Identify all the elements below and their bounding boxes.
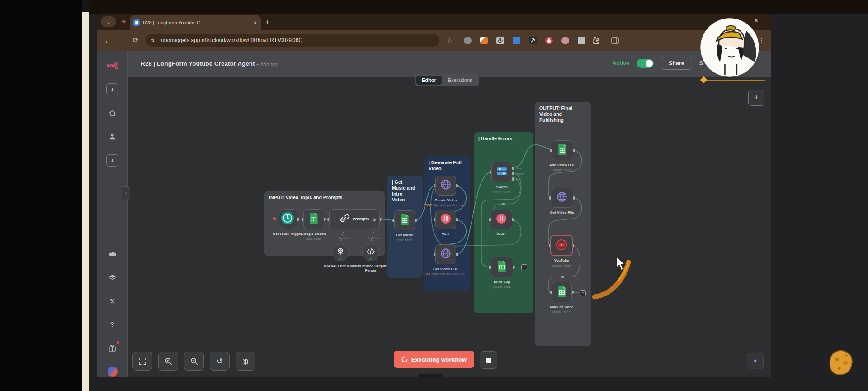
background-gap (89, 14, 97, 391)
tab-search-chevron-icon[interactable]: ⌄ (101, 16, 116, 27)
canvas-add-node-button[interactable]: + (748, 90, 764, 106)
node-sublabel: update: sheet (528, 168, 596, 172)
reload-icon[interactable]: ⟳ (132, 36, 140, 44)
fit-view-button[interactable] (132, 352, 152, 371)
side-panel-icon[interactable] (611, 37, 619, 44)
mic-ext-icon[interactable] (496, 37, 504, 44)
globe-icon (440, 179, 452, 192)
reader-ext-icon[interactable] (513, 37, 520, 44)
sheet-icon (400, 214, 410, 227)
tab-favicon: ▣ (133, 19, 140, 26)
node-label: Add Video URL (533, 163, 592, 167)
node-error-log[interactable] (491, 257, 513, 277)
share-button[interactable]: Share (661, 57, 692, 70)
whats-new-icon[interactable] (107, 342, 118, 354)
node-label: Switch (472, 185, 531, 190)
active-toggle[interactable] (637, 59, 654, 68)
node-label: Google Sheets (284, 232, 343, 236)
clock-icon (281, 211, 294, 227)
node-get-video-url[interactable] (435, 244, 456, 264)
site-settings-icon[interactable]: ⇅ (151, 38, 155, 43)
success-check-icon: ✓ (339, 257, 342, 261)
pen-ext-icon[interactable] (480, 37, 488, 44)
ai-assistant-button[interactable]: ✦ (747, 353, 764, 369)
help-icon[interactable]: ? (107, 319, 118, 330)
browser-window: ⌄ ▣ R28 | LongForm Youtube C ✕ + ✕ ← → ⟳… (97, 14, 771, 377)
n8n-logo (107, 60, 118, 72)
add-tag-button[interactable]: + Add tag (256, 62, 278, 67)
mouse-cursor (615, 256, 627, 272)
zoom-in-button[interactable] (158, 352, 178, 371)
output-label: Running (516, 172, 524, 175)
node-youtube[interactable] (551, 235, 572, 256)
node-inline-label: Prompts (353, 217, 369, 221)
node-label: Create Video (416, 198, 475, 203)
node-sublabel: update: sheet (528, 310, 596, 314)
home-icon[interactable] (107, 107, 118, 119)
executing-workflow-button[interactable]: Executing workflow (394, 351, 474, 368)
address-bar[interactable]: ⇅ robonuggets.app.n8n.cloud/workflow/f0R… (146, 34, 439, 47)
stop-execution-button[interactable] (480, 351, 497, 369)
browser-tab[interactable]: ▣ R28 | LongForm Youtube C ✕ (130, 15, 261, 30)
node-prompts[interactable]: Prompts (329, 209, 380, 229)
workflow-title[interactable]: R28 | LongForm Youtube Creator Agent (141, 60, 255, 67)
node-create-video[interactable] (435, 176, 456, 196)
ai-connector-label: Output Parser (361, 237, 388, 239)
node-label: Mark as Done (533, 305, 591, 310)
back-icon[interactable]: ← (104, 37, 112, 44)
notification-dot (117, 341, 119, 344)
workflow-header: R28 | LongForm Youtube Creator Agent + A… (128, 51, 771, 77)
node-get-video-file[interactable] (551, 188, 573, 208)
node-schedule-trigger[interactable] (278, 209, 297, 229)
node-mark-as-done[interactable] (552, 282, 572, 302)
x-social-icon[interactable]: 𝕏 (107, 295, 118, 307)
workflow-canvas[interactable]: INPUT: Video Topic and Prompts| Get Musi… (128, 77, 771, 377)
sheet-icon (557, 286, 567, 299)
node-label: Wait1 (472, 232, 531, 237)
drop-ext-icon[interactable] (545, 37, 553, 44)
new-tab-button[interactable]: + (265, 18, 269, 25)
pinned-tab-icon[interactable] (121, 19, 127, 24)
node-google-sheets[interactable] (303, 209, 324, 229)
node-get-music[interactable] (394, 210, 415, 230)
undo-button[interactable]: ↺ (210, 352, 230, 371)
pink-ext-icon[interactable] (561, 37, 569, 44)
node-switch[interactable] (491, 162, 512, 182)
spark-ext-icon[interactable] (578, 37, 585, 44)
shield-ext-icon[interactable] (464, 37, 472, 44)
tab-close-icon[interactable]: ✕ (254, 20, 257, 25)
node-wait[interactable] (435, 210, 456, 229)
tab-title: R28 | LongForm Youtube C (143, 20, 251, 25)
letterbox-left (0, 0, 82, 391)
sidebar-collapse-handle[interactable]: › (122, 186, 130, 200)
cursor-ext-icon[interactable] (529, 37, 537, 44)
zoom-out-button[interactable] (184, 352, 204, 371)
bookmark-star-icon[interactable]: ☆ (447, 37, 453, 44)
forward-icon[interactable]: → (118, 37, 126, 44)
node-add-video-url[interactable] (552, 140, 573, 160)
tab-editor[interactable]: Editor (416, 76, 442, 85)
add-node-endpoint[interactable]: + (521, 264, 527, 270)
user-icon[interactable] (107, 131, 118, 143)
tab-executions[interactable]: Executions (443, 76, 478, 85)
url-text: robonuggets.app.n8n.cloud/workflow/f0Rho… (159, 37, 302, 43)
pause-icon (440, 213, 452, 226)
node-sublabel: GET https://api.json2video.co... (412, 272, 480, 276)
add-icon[interactable]: + (106, 83, 118, 95)
video-progress-bar[interactable] (700, 80, 765, 81)
node-wait1[interactable] (491, 210, 512, 229)
cloud-icon[interactable] (107, 248, 118, 260)
avatar[interactable] (700, 17, 760, 78)
globe-icon (440, 248, 452, 261)
nugget-logo (826, 348, 855, 377)
node-label: YouTube (532, 258, 591, 263)
browser-tabstrip: ⌄ ▣ R28 | LongForm Youtube C ✕ + ✕ (97, 14, 771, 30)
profile-icon[interactable] (107, 366, 118, 377)
output-label: Error (516, 178, 521, 181)
bug-button[interactable] (236, 352, 255, 371)
templates-icon[interactable] (107, 272, 118, 283)
output-label: Done (516, 167, 521, 170)
background-strip (82, 12, 89, 391)
add-box-icon[interactable]: + (106, 154, 118, 167)
puzzle-extensions-icon[interactable] (591, 37, 599, 44)
